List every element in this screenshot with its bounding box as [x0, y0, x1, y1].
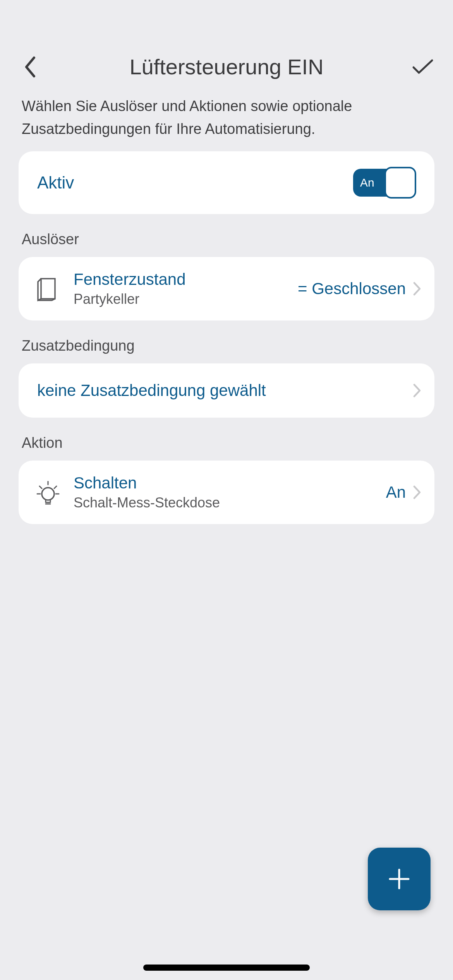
checkmark-icon: [412, 59, 434, 75]
description-text: Wählen Sie Auslöser und Aktionen sowie o…: [19, 95, 434, 140]
header: Lüftersteuerung EIN: [0, 54, 453, 95]
trigger-row-content: Fensterzustand Partykeller: [74, 270, 298, 307]
active-card: Aktiv An: [19, 151, 434, 214]
action-row[interactable]: Schalten Schalt-Mess-Steckdose An: [19, 461, 434, 524]
action-title: Schalten: [74, 474, 386, 492]
active-label: Aktiv: [37, 173, 74, 192]
trigger-title: Fensterzustand: [74, 270, 298, 289]
back-button[interactable]: [19, 55, 42, 79]
condition-section-heading: Zusatzbedingung: [19, 338, 434, 354]
plus-icon: [388, 867, 411, 891]
chevron-right-icon: [413, 281, 421, 296]
page-title: Lüftersteuerung EIN: [42, 54, 411, 79]
trigger-value: = Geschlossen: [298, 279, 406, 298]
window-icon: [34, 275, 62, 303]
chevron-left-icon: [23, 56, 37, 78]
condition-text: keine Zusatzbedingung gewählt: [37, 381, 413, 400]
trigger-row[interactable]: Fensterzustand Partykeller = Geschlossen: [19, 257, 434, 320]
active-toggle[interactable]: An: [353, 167, 416, 199]
toggle-knob: [384, 167, 416, 199]
action-row-content: Schalten Schalt-Mess-Steckdose: [74, 474, 386, 511]
home-indicator[interactable]: [143, 965, 310, 971]
trigger-section-heading: Auslöser: [19, 231, 434, 248]
chevron-right-icon: [413, 383, 421, 398]
action-value: An: [386, 483, 406, 502]
chevron-right-icon: [413, 485, 421, 500]
action-value-wrap: An: [386, 483, 421, 502]
trigger-value-wrap: = Geschlossen: [298, 279, 421, 298]
add-fab-button[interactable]: [368, 848, 431, 910]
confirm-button[interactable]: [411, 55, 434, 79]
action-subtitle: Schalt-Mess-Steckdose: [74, 495, 386, 511]
condition-row[interactable]: keine Zusatzbedingung gewählt: [19, 363, 434, 418]
main-content: Wählen Sie Auslöser und Aktionen sowie o…: [0, 95, 453, 980]
action-section-heading: Aktion: [19, 435, 434, 451]
trigger-subtitle: Partykeller: [74, 291, 298, 307]
toggle-state-label: An: [360, 176, 374, 189]
condition-chevron-wrap: [413, 383, 421, 398]
svg-point-0: [42, 488, 54, 500]
lightbulb-icon: [34, 478, 62, 506]
